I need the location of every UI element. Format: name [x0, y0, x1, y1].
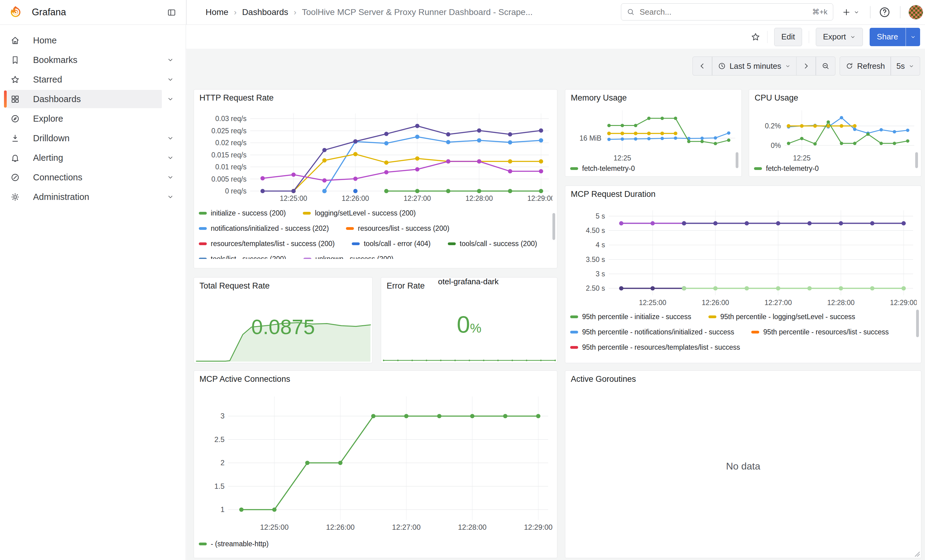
- chevron-down-icon[interactable]: [167, 154, 174, 161]
- search-box[interactable]: ⌘+k: [621, 3, 833, 21]
- breadcrumb-separator: ›: [294, 8, 297, 17]
- legend-item[interactable]: resources/templates/list - success (200): [199, 238, 334, 249]
- help-button[interactable]: [878, 6, 891, 18]
- svg-text:12:29:00: 12:29:00: [890, 299, 917, 306]
- legend-item[interactable]: notifications/initialized - success (202…: [199, 223, 329, 234]
- legend-item[interactable]: 95th percentile - notifications/initiali…: [570, 326, 734, 338]
- legend-label: fetch-telemetry-0: [582, 164, 635, 173]
- svg-text:1: 1: [220, 505, 224, 513]
- legend-item[interactable]: tools/call - success (200): [448, 238, 537, 249]
- http-request-rate-chart[interactable]: 0 req/s0.005 req/s0.01 req/s0.015 req/s0…: [199, 110, 553, 203]
- sidebar-item-connections[interactable]: Connections: [4, 168, 181, 186]
- legend-item[interactable]: 95th percentile - resources/templates/li…: [570, 342, 740, 353]
- panel-title[interactable]: Error Rate: [387, 281, 425, 291]
- panel-title[interactable]: MCP Active Connections: [199, 374, 290, 384]
- drilldown-icon: [11, 134, 20, 143]
- legend-label: resources/list - success (200): [358, 224, 449, 233]
- breadcrumb-home[interactable]: Home: [206, 8, 229, 17]
- svg-text:4.50 s: 4.50 s: [586, 227, 605, 234]
- legend-marker: [570, 315, 578, 318]
- avatar[interactable]: [908, 5, 923, 20]
- mcp-active-connections-chart[interactable]: 11.522.5312:25:0012:26:0012:27:0012:28:0…: [199, 391, 553, 534]
- chevron-down-icon[interactable]: [167, 56, 174, 64]
- legend-label: 95th percentile - resources/list - succe…: [763, 328, 889, 336]
- edit-button[interactable]: Edit: [774, 28, 802, 46]
- panel-title[interactable]: Memory Usage: [571, 93, 627, 103]
- panel-title[interactable]: Active Goroutines: [571, 374, 636, 384]
- panel-title[interactable]: MCP Request Duration: [571, 189, 655, 199]
- legend-item[interactable]: resources/list - success (200): [346, 223, 449, 234]
- search-icon: [627, 8, 635, 16]
- chevron-down-icon[interactable]: [167, 193, 174, 201]
- memory-legend: fetch-telemetry-0: [570, 163, 729, 174]
- legend-item[interactable]: tools/list - success (200): [199, 254, 286, 259]
- refresh-button[interactable]: Refresh: [840, 57, 890, 75]
- legend-scrollbar[interactable]: [916, 310, 919, 337]
- svg-text:12:25: 12:25: [614, 154, 631, 161]
- add-new-button[interactable]: [842, 6, 860, 19]
- legend-item[interactable]: - (streamable-http): [199, 538, 268, 549]
- legend-item[interactable]: logging/setLevel - success (200): [303, 207, 416, 219]
- svg-text:2: 2: [220, 458, 224, 467]
- mcp-request-duration-chart[interactable]: 2.50 s3 s3.50 s4 s4.50 s5 s12:25:0012:26…: [570, 206, 917, 309]
- chevron-down-icon[interactable]: [167, 76, 174, 83]
- time-range-picker[interactable]: Last 5 minutes: [713, 57, 796, 75]
- svg-text:0.005 req/s: 0.005 req/s: [211, 175, 247, 183]
- svg-text:5 s: 5 s: [595, 212, 605, 220]
- legend-scrollbar[interactable]: [915, 152, 918, 168]
- search-input[interactable]: [639, 7, 808, 17]
- legend-item[interactable]: fetch-telemetry-0: [754, 163, 819, 174]
- time-forward-button[interactable]: [797, 57, 815, 75]
- sidebar-item-explore[interactable]: Explore: [4, 110, 181, 128]
- sidebar-toggle-icon[interactable]: [167, 8, 176, 17]
- panel-title[interactable]: CPU Usage: [755, 93, 798, 103]
- panel-title[interactable]: Total Request Rate: [199, 281, 270, 291]
- legend-marker: [303, 212, 311, 215]
- chevron-down-icon[interactable]: [167, 135, 174, 142]
- zoom-out-icon: [822, 62, 830, 70]
- header-divider: [186, 0, 187, 24]
- panel-title[interactable]: HTTP Request Rate: [199, 93, 274, 103]
- legend-item[interactable]: 95th percentile - initialize - success: [570, 311, 691, 322]
- legend-item[interactable]: fetch-telemetry-0: [570, 163, 635, 174]
- sidebar-item-administration[interactable]: Administration: [4, 188, 181, 206]
- memory-usage-chart[interactable]: 16 MiB12:25: [569, 107, 738, 161]
- chevron-left-icon: [698, 62, 706, 70]
- chevron-down-icon: [785, 63, 791, 69]
- export-button[interactable]: Export: [816, 28, 863, 46]
- bookmark-icon: [11, 56, 20, 65]
- legend-item[interactable]: 95th percentile - resources/list - succe…: [751, 326, 889, 338]
- sidebar-item-bookmarks[interactable]: Bookmarks: [4, 51, 181, 69]
- time-back-button[interactable]: [693, 57, 712, 75]
- chevron-down-icon: [908, 63, 914, 69]
- legend-item[interactable]: 95th percentile - logging/setLevel - suc…: [708, 311, 855, 322]
- chevron-down-icon[interactable]: [167, 95, 174, 103]
- share-menu-button[interactable]: [905, 28, 920, 46]
- breadcrumb-dashboards[interactable]: Dashboards: [242, 8, 288, 17]
- legend-label: 95th percentile - initialize - success: [582, 313, 691, 321]
- svg-text:3.50 s: 3.50 s: [586, 255, 605, 263]
- panel-resize-handle[interactable]: [913, 550, 920, 557]
- sidebar-item-alerting[interactable]: Alerting: [4, 149, 181, 167]
- zoom-out-button[interactable]: [816, 57, 835, 75]
- chevron-down-icon[interactable]: [167, 174, 174, 181]
- legend-label: notifications/initialized - success (202…: [211, 224, 329, 233]
- legend-item[interactable]: unknown - success (200): [303, 254, 394, 259]
- share-button[interactable]: Share: [870, 28, 905, 46]
- cpu-usage-chart[interactable]: 0%0.2%12:25: [753, 107, 918, 161]
- time-range-group: Last 5 minutes: [693, 57, 835, 75]
- grafana-logo[interactable]: [9, 5, 23, 19]
- legend-item[interactable]: initialize - success (200): [199, 207, 286, 219]
- refresh-interval-picker[interactable]: 5s: [891, 57, 920, 75]
- sidebar-item-starred[interactable]: Starred: [4, 70, 181, 89]
- sidebar-item-drilldown[interactable]: Drilldown: [4, 129, 181, 147]
- share-split-button: Share: [870, 28, 920, 46]
- legend-scrollbar[interactable]: [553, 213, 555, 240]
- sidebar-item-home[interactable]: Home: [4, 31, 181, 50]
- refresh-interval-label: 5s: [896, 62, 905, 71]
- sidebar-item-dashboards[interactable]: Dashboards: [4, 90, 181, 108]
- legend-scrollbar[interactable]: [736, 152, 738, 168]
- legend-label: tools/call - success (200): [460, 240, 537, 248]
- favorite-star-button[interactable]: [751, 32, 761, 42]
- legend-item[interactable]: tools/call - error (404): [352, 238, 431, 249]
